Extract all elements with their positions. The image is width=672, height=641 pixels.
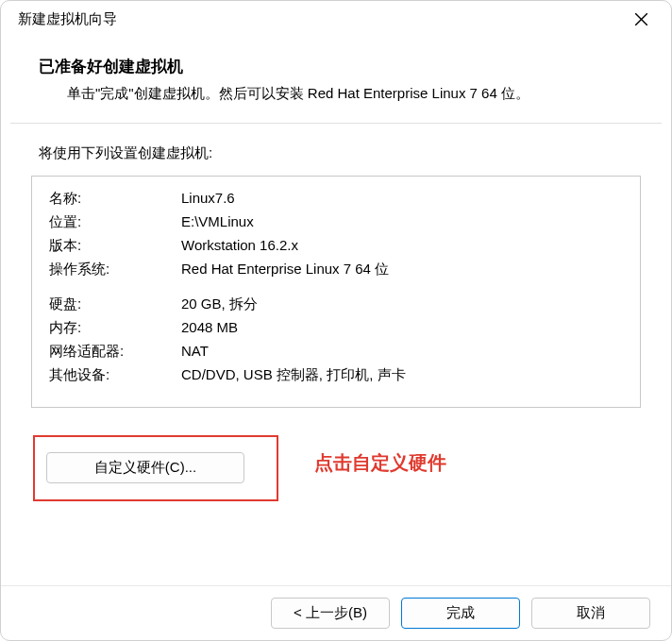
cancel-button[interactable]: 取消 (531, 598, 650, 629)
customize-hardware-button[interactable]: 自定义硬件(C)... (46, 452, 244, 483)
settings-value: Linux7.6 (181, 190, 623, 208)
settings-value: E:\VMLinux (181, 213, 623, 231)
header-title: 已准备好创建虚拟机 (39, 56, 633, 77)
settings-value: 2048 MB (181, 319, 623, 337)
finish-label: 完成 (446, 604, 475, 620)
settings-key: 操作系统: (49, 261, 181, 278)
cancel-label: 取消 (577, 604, 605, 620)
settings-row: 硬盘:20 GB, 拆分 (49, 295, 623, 313)
wizard-body: 将使用下列设置创建虚拟机: 名称:Linux7.6位置:E:\VMLinux版本… (1, 124, 671, 585)
close-icon (635, 13, 647, 25)
settings-key: 内存: (49, 319, 181, 337)
annotation-box: 自定义硬件(C)... (33, 435, 278, 501)
window-title: 新建虚拟机向导 (18, 10, 117, 28)
settings-row: 位置:E:\VMLinux (49, 213, 623, 231)
settings-key: 硬盘: (49, 295, 181, 313)
settings-row: 其他设备:CD/DVD, USB 控制器, 打印机, 声卡 (49, 366, 623, 384)
settings-row: 名称:Linux7.6 (49, 190, 623, 208)
settings-row: 操作系统:Red Hat Enterprise Linux 7 64 位 (49, 261, 623, 278)
wizard-header: 已准备好创建虚拟机 单击"完成"创建虚拟机。然后可以安装 Red Hat Ent… (1, 37, 671, 123)
close-button[interactable] (622, 5, 660, 33)
titlebar: 新建虚拟机向导 (1, 1, 671, 37)
settings-value: NAT (181, 343, 623, 361)
settings-key: 名称: (49, 190, 181, 208)
annotation-text: 点击自定义硬件 (314, 450, 446, 476)
settings-box: 名称:Linux7.6位置:E:\VMLinux版本:Workstation 1… (31, 176, 641, 408)
back-label: < 上一步(B) (294, 604, 367, 620)
wizard-footer: < 上一步(B) 完成 取消 (1, 585, 671, 640)
settings-key: 版本: (49, 237, 181, 255)
wizard-dialog: 新建虚拟机向导 已准备好创建虚拟机 单击"完成"创建虚拟机。然后可以安装 Red… (0, 0, 672, 641)
header-description: 单击"完成"创建虚拟机。然后可以安装 Red Hat Enterprise Li… (39, 83, 633, 104)
settings-key: 其他设备: (49, 366, 181, 384)
settings-key: 位置: (49, 213, 181, 231)
settings-row: 版本:Workstation 16.2.x (49, 237, 623, 255)
finish-button[interactable]: 完成 (401, 598, 520, 629)
settings-prompt: 将使用下列设置创建虚拟机: (39, 144, 633, 162)
settings-value: Workstation 16.2.x (181, 237, 623, 255)
back-button[interactable]: < 上一步(B) (271, 598, 390, 629)
settings-value: Red Hat Enterprise Linux 7 64 位 (181, 261, 623, 278)
settings-value: CD/DVD, USB 控制器, 打印机, 声卡 (181, 366, 623, 384)
settings-value: 20 GB, 拆分 (181, 295, 623, 313)
customize-hardware-label: 自定义硬件(C)... (94, 459, 196, 477)
settings-row: 网络适配器:NAT (49, 343, 623, 361)
settings-key: 网络适配器: (49, 343, 181, 361)
settings-row: 内存:2048 MB (49, 319, 623, 337)
